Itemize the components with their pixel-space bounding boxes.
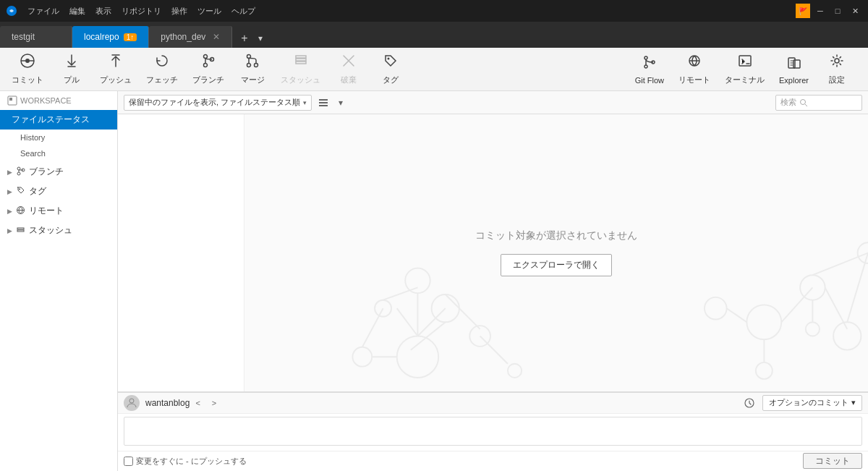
sidebar: WORKSPACE ファイルステータス History Search ▶ ブラン… — [0, 91, 118, 471]
branches-chevron: ▶ — [7, 169, 12, 176]
stash-group-icon — [16, 225, 25, 237]
menu-file[interactable]: ファイル — [23, 4, 64, 18]
svg-rect-32 — [319, 102, 328, 103]
toolbar-remote[interactable]: リモート — [673, 51, 716, 88]
commit-footer: 変更をすぐに - にプッシュする コミット — [118, 451, 868, 472]
sort-icon[interactable]: ▾ — [333, 96, 348, 110]
sidebar-group-branches[interactable]: ▶ ブランチ — [0, 161, 117, 181]
file-area: コミット対象が選択されていません エクスプローラで開く — [118, 114, 868, 391]
close-button[interactable]: ✕ — [848, 4, 862, 18]
menu-tools[interactable]: ツール — [193, 4, 226, 18]
commit-push-checkbox[interactable]: 変更をすぐに - にプッシュする — [124, 456, 247, 467]
menu-repo[interactable]: リポジトリ — [117, 4, 166, 18]
toolbar-fetch[interactable]: フェッチ — [140, 51, 184, 88]
open-explorer-button[interactable]: エクスプローラで開く — [501, 254, 612, 276]
tab-localrepo-label: localrepo — [84, 32, 119, 42]
tab-python-dev-close[interactable]: ✕ — [213, 32, 220, 42]
stash-icon — [293, 53, 309, 72]
menu-help[interactable]: ヘルプ — [227, 4, 260, 18]
content-toolbar-icons: ▾ — [316, 96, 348, 110]
tab-testgit[interactable]: testgit — [0, 26, 72, 48]
svg-rect-12 — [296, 61, 306, 64]
commit-area: wantanblog < > オプションのコミット ▾ 変更をす — [118, 391, 868, 471]
toolbar-push-label: プッシュ — [100, 75, 132, 85]
toolbar-right: Git Flow リモート ターミナル Explorer 設定 — [629, 51, 856, 88]
app-icon — [6, 5, 17, 17]
toolbar-gitflow[interactable]: Git Flow — [629, 51, 670, 88]
remote-label: リモート — [29, 205, 64, 217]
sidebar-item-history[interactable]: History — [0, 130, 117, 145]
history-label: History — [20, 133, 45, 142]
svg-point-21 — [835, 59, 839, 63]
toolbar-pull-label: プル — [64, 75, 80, 85]
sidebar-group-tags[interactable]: ▶ タグ — [0, 181, 117, 200]
toolbar-stash[interactable]: スタッシュ — [275, 51, 326, 88]
svg-line-35 — [805, 104, 807, 106]
menu-view[interactable]: 表示 — [91, 4, 116, 18]
settings-icon — [829, 53, 845, 72]
sidebar-item-search[interactable]: Search — [0, 145, 117, 161]
svg-point-41 — [352, 347, 372, 367]
filter-label: 保留中のファイルを表示, ファイルステータス順 — [129, 97, 300, 108]
toolbar-discard[interactable]: 破棄 — [329, 51, 368, 88]
content: 保留中のファイルを表示, ファイルステータス順 ▾ ▾ 検索 — [118, 91, 868, 471]
search-box[interactable]: 検索 — [775, 95, 862, 111]
toolbar-tag[interactable]: タグ — [371, 51, 410, 88]
toolbar-push[interactable]: プッシュ — [94, 51, 137, 88]
svg-point-42 — [508, 364, 522, 378]
commit-options-button[interactable]: オプションのコミット ▾ — [762, 395, 862, 411]
svg-point-49 — [806, 322, 820, 336]
minimize-button[interactable]: ─ — [813, 4, 827, 18]
svg-point-47 — [756, 362, 773, 379]
remote-chevron: ▶ — [7, 208, 12, 215]
commit-button[interactable]: コミット — [803, 453, 862, 469]
svg-point-48 — [705, 297, 727, 320]
menu-action[interactable]: 操作 — [167, 4, 192, 18]
toolbar-merge[interactable]: マージ — [233, 51, 272, 88]
stash-chevron: ▶ — [7, 227, 12, 234]
sidebar-item-file-status[interactable]: ファイルステータス — [0, 110, 117, 130]
toolbar-settings[interactable]: 設定 — [817, 51, 856, 88]
commit-push-label: 変更をすぐに - にプッシュする — [136, 456, 247, 467]
commit-options-label: オプションのコミット — [769, 397, 848, 408]
toolbar-tag-label: タグ — [383, 75, 399, 85]
sidebar-group-stash[interactable]: ▶ スタッシュ — [0, 220, 117, 239]
svg-point-44 — [800, 275, 825, 300]
maximize-button[interactable]: □ — [830, 4, 845, 18]
svg-rect-11 — [296, 59, 306, 61]
remote-group-icon — [16, 205, 25, 217]
workspace-text: WORKSPACE — [20, 96, 72, 105]
toolbar-terminal[interactable]: ターミナル — [719, 51, 770, 88]
sidebar-group-remote[interactable]: ▶ リモート — [0, 200, 117, 220]
toolbar-branch[interactable]: ブランチ — [187, 51, 230, 88]
toolbar-pull[interactable]: プル — [52, 51, 91, 88]
tab-python-dev[interactable]: python_dev ✕ — [149, 26, 232, 48]
commit-history-icon[interactable] — [742, 396, 757, 410]
toolbar-explorer-label: Explorer — [779, 76, 809, 85]
svg-point-24 — [17, 167, 20, 170]
tab-localrepo[interactable]: localrepo 1↑ — [72, 26, 149, 48]
commit-angle-close: > — [212, 399, 216, 407]
tab-chevron-button[interactable]: ▾ — [254, 30, 267, 46]
content-filter[interactable]: 保留中のファイルを表示, ファイルステータス順 ▾ — [124, 95, 312, 111]
file-status-label: ファイルステータス — [12, 114, 90, 126]
toolbar-settings-label: 設定 — [829, 75, 845, 85]
empty-area: コミット対象が選択されていません エクスプローラで開く — [244, 114, 868, 391]
toolbar-explorer[interactable]: Explorer — [773, 51, 814, 88]
svg-point-25 — [17, 172, 20, 175]
svg-point-10 — [255, 64, 258, 67]
svg-rect-30 — [17, 230, 24, 232]
merge-icon — [244, 53, 260, 72]
toolbar-branch-label: ブランチ — [192, 75, 224, 85]
toolbar-commit[interactable]: コミット — [6, 51, 49, 88]
gitflow-icon — [642, 54, 658, 74]
file-list — [118, 114, 244, 391]
menu-edit[interactable]: 編集 — [65, 4, 90, 18]
commit-message-input[interactable] — [124, 417, 862, 446]
svg-rect-23 — [9, 98, 12, 101]
title-controls: 🚩 ─ □ ✕ — [796, 4, 862, 18]
commit-push-checkbox-input[interactable] — [124, 457, 133, 466]
list-view-icon[interactable] — [316, 96, 331, 110]
content-toolbar: 保留中のファイルを表示, ファイルステータス順 ▾ ▾ 検索 — [118, 91, 868, 114]
tab-add-button[interactable]: + — [235, 29, 253, 48]
